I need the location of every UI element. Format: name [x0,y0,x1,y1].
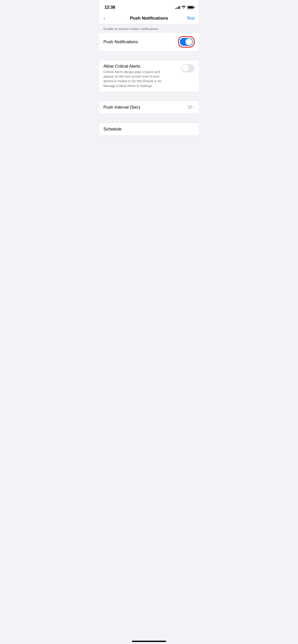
section-gap-2 [99,92,199,101]
test-button[interactable]: Test [179,16,195,21]
chevron-right-icon: › [193,105,195,109]
status-icons [175,5,194,9]
page-title: Push Notifications [119,16,179,21]
toggle-knob-off [182,65,189,72]
push-notifications-group: Push Notifications [99,32,199,51]
section-gap-1 [99,51,199,60]
push-notifications-toggle[interactable] [180,38,193,46]
status-time: 12:38 [104,5,115,10]
schedule-group: Schedule › [99,123,199,136]
toggle-knob [185,38,192,45]
push-interval-label: Push Interval (Sec) [103,105,187,110]
push-notifications-toggle-highlight [178,36,195,48]
critical-alerts-left: Allow Critical Alerts Critical Alerts al… [103,64,179,88]
critical-alerts-description: Critical Alerts always play a sound and … [103,70,170,88]
push-interval-group: Push Interval (Sec) 20 › [99,101,199,114]
critical-alerts-row: Allow Critical Alerts Critical Alerts al… [99,60,199,92]
schedule-chevron-icon: › [193,127,195,131]
critical-alerts-group: Allow Critical Alerts Critical Alerts al… [99,60,199,92]
push-notifications-row: Push Notifications [99,33,199,51]
schedule-row[interactable]: Schedule › [99,123,199,136]
push-interval-value: 20 › [187,105,195,110]
wifi-icon [182,5,186,9]
push-interval-row[interactable]: Push Interval (Sec) 20 › [99,101,199,114]
schedule-label: Schedule [103,127,193,132]
critical-alerts-label: Allow Critical Alerts [103,64,179,69]
nav-bar: ‹ Push Notifications Test [99,13,199,24]
battery-icon [187,6,194,9]
status-bar: 12:38 [99,0,199,13]
critical-alerts-toggle[interactable] [182,64,195,72]
schedule-value: › [193,127,195,131]
signal-icon [175,6,180,9]
push-notifications-label: Push Notifications [103,39,178,45]
section-description: Enable to receive motion notifications. [99,24,199,32]
back-chevron-icon: ‹ [103,15,105,21]
back-button[interactable]: ‹ [103,15,119,21]
section-gap-3 [99,114,199,123]
